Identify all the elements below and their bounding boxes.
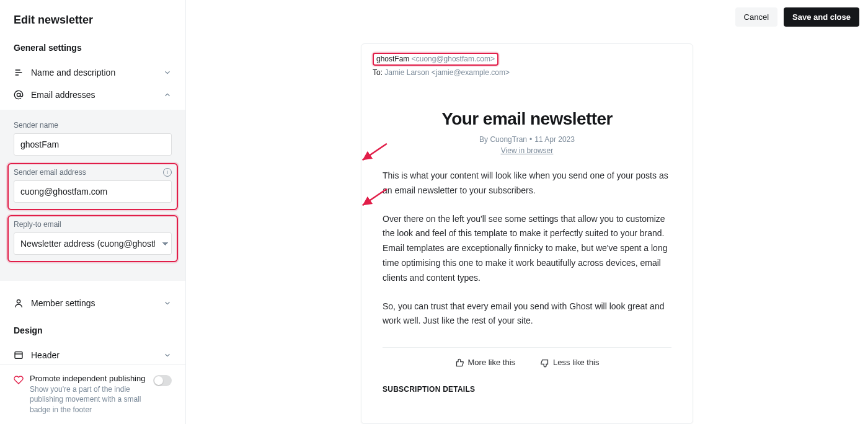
row-label: Email addresses	[31, 90, 163, 100]
sender-name-input[interactable]	[14, 133, 172, 156]
sidebar: Edit newsletter General settings Name an…	[0, 0, 186, 424]
svg-point-0	[17, 93, 20, 96]
preview-area: Cancel Save and close ghostFam <cuong@gh…	[186, 0, 868, 424]
email-header: ghostFam <cuong@ghostfam.com> To: Jamie …	[361, 44, 693, 83]
view-in-browser-link[interactable]: View in browser	[501, 146, 553, 155]
chevron-up-icon	[163, 91, 172, 99]
row-label: Header	[31, 350, 163, 360]
email-title: Your email newsletter	[383, 109, 671, 129]
sender-email-input[interactable]	[14, 180, 172, 203]
save-button[interactable]: Save and close	[784, 7, 859, 27]
more-like-this[interactable]: More like this	[455, 358, 516, 368]
promote-footer: Promote independent publishing Show you'…	[0, 364, 185, 424]
row-header[interactable]: Header	[0, 344, 185, 364]
reply-to-select[interactable]: Newsletter address (cuong@ghostfam.com)	[14, 232, 172, 255]
row-member-settings[interactable]: Member settings	[0, 292, 185, 314]
group-general-settings: General settings	[0, 43, 185, 61]
layout-header-icon	[14, 350, 24, 360]
to-line: To: Jamie Larson <jamie@example.com>	[373, 68, 681, 77]
reply-to-field: Reply-to email Newsletter address (cuong…	[14, 220, 172, 255]
row-label: Name and description	[31, 68, 163, 77]
text-icon	[14, 68, 24, 77]
sender-email-label: Sender email address i	[14, 168, 172, 177]
group-design: Design	[0, 325, 185, 344]
sidebar-scroll[interactable]: General settings Name and description Em…	[0, 43, 185, 364]
content-paragraph: Over there on the left you'll see some s…	[383, 212, 671, 286]
page-title: Edit newsletter	[0, 0, 185, 43]
divider	[383, 347, 671, 348]
chevron-down-icon	[163, 299, 172, 307]
feedback-row: More like this Less like this	[383, 358, 671, 368]
subscription-details-heading: SUBSCRIPTION DETAILS	[383, 385, 671, 394]
chevron-down-icon	[163, 351, 172, 360]
at-sign-icon	[14, 90, 24, 100]
email-author: By CuongTran	[479, 135, 527, 144]
email-content: This is what your content will look like…	[383, 169, 671, 329]
promote-desc: Show you're a part of the indie publishi…	[30, 384, 147, 415]
to-value: Jamie Larson <jamie@example.com>	[384, 68, 510, 77]
highlight-sender-email: Sender email address i	[7, 163, 178, 210]
sender-name-field: Sender name	[14, 121, 172, 156]
email-meta: By CuongTran•11 Apr 2023	[383, 135, 671, 144]
thumbs-up-icon	[455, 358, 464, 368]
top-actions: Cancel Save and close	[735, 7, 859, 27]
highlight-from: ghostFam <cuong@ghostfam.com>	[373, 53, 498, 66]
row-label: Member settings	[31, 298, 163, 308]
user-icon	[14, 298, 24, 308]
less-like-this[interactable]: Less like this	[540, 358, 599, 368]
sender-email-field: Sender email address i	[14, 168, 172, 203]
to-label: To:	[373, 68, 383, 77]
highlight-reply-to: Reply-to email Newsletter address (cuong…	[7, 215, 178, 262]
email-addresses-panel: Sender name Sender email address i Repl	[0, 110, 185, 281]
promote-title: Promote independent publishing	[30, 374, 147, 383]
svg-rect-2	[15, 352, 22, 359]
from-email: <cuong@ghostfam.com>	[412, 55, 495, 63]
row-name-and-description[interactable]: Name and description	[0, 61, 185, 84]
from-name: ghostFam	[376, 55, 409, 63]
info-icon[interactable]: i	[163, 168, 172, 177]
content-paragraph: This is what your content will look like…	[383, 169, 671, 198]
heart-icon	[14, 375, 24, 385]
cancel-button[interactable]: Cancel	[735, 7, 777, 27]
email-preview: ghostFam <cuong@ghostfam.com> To: Jamie …	[361, 43, 693, 424]
promote-toggle[interactable]	[153, 375, 172, 386]
email-date: 11 Apr 2023	[534, 135, 575, 144]
sender-name-label: Sender name	[14, 121, 172, 130]
content-paragraph: So, you can trust that every email you s…	[383, 299, 671, 329]
email-body: Your email newsletter By CuongTran•11 Ap…	[361, 83, 693, 404]
row-email-addresses[interactable]: Email addresses	[0, 84, 185, 106]
chevron-down-icon	[163, 68, 172, 77]
thumbs-down-icon	[540, 358, 549, 368]
reply-to-label: Reply-to email	[14, 220, 172, 229]
svg-point-1	[17, 300, 20, 303]
